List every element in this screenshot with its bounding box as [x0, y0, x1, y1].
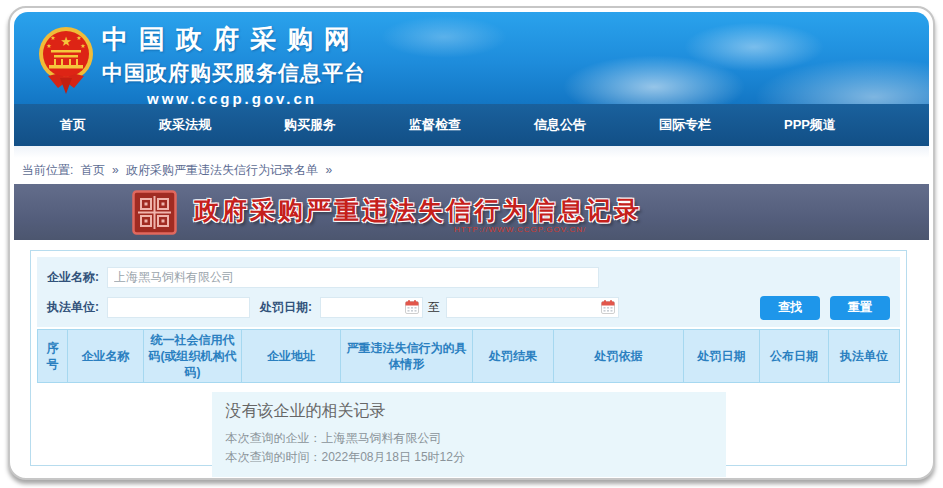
col-enforcement-agency: 执法单位 [829, 330, 900, 383]
reset-button[interactable]: 重置 [830, 296, 890, 320]
company-name-input[interactable] [107, 267, 599, 288]
svg-text:★: ★ [80, 43, 85, 49]
breadcrumb-page-link[interactable]: 政府采购严重违法失信行为记录名单 [126, 163, 318, 177]
nav-item-policies[interactable]: 政采法规 [159, 116, 211, 134]
query-result: 没有该企业的相关记录 本次查询的企业：上海黑马饲料有限公司 本次查询的时间：20… [212, 392, 726, 477]
svg-text:★: ★ [76, 35, 81, 41]
svg-text:★: ★ [60, 34, 72, 49]
col-penalty-result: 处罚结果 [473, 330, 554, 383]
nav-item-home[interactable]: 首页 [60, 116, 86, 134]
no-records-message: 没有该企业的相关记录 [226, 401, 712, 422]
date-to-input[interactable] [446, 297, 619, 318]
col-company-name: 企业名称 [68, 330, 144, 383]
page-banner: 政府采购严重违法失信行为信息记录 HTTP://WWW.CCGP.GOV.CN/ [14, 184, 929, 240]
breadcrumb: 当前位置: 首页 » 政府采购严重违法失信行为记录名单 » [10, 158, 933, 182]
site-subtitle: 中国政府购买服务信息平台 [102, 59, 366, 87]
banner-url-text: HTTP://WWW.CCGP.GOV.CN/ [454, 225, 586, 234]
col-seq: 序号 [38, 330, 68, 383]
svg-text:★: ★ [50, 35, 55, 41]
company-name-label: 企业名称: [47, 269, 99, 286]
penalty-date-label: 处罚日期: [260, 299, 312, 316]
page-title: 政府采购严重违法失信行为信息记录 [194, 194, 642, 227]
calendar-icon[interactable] [405, 300, 419, 314]
breadcrumb-home-link[interactable]: 首页 [81, 163, 105, 177]
company-name-row: 企业名称: [47, 266, 890, 288]
col-company-address: 企业地址 [242, 330, 341, 383]
svg-text:★: ★ [46, 43, 51, 49]
date-from-wrap [320, 297, 423, 318]
site-url: www.ccgp.gov.cn [102, 90, 362, 107]
search-form: 企业名称: 执法单位: 处罚日期: [37, 257, 900, 327]
main-nav: 首页 政采法规 购买服务 监督检查 信息公告 国际专栏 PPP频道 [14, 104, 929, 146]
agency-label: 执法单位: [47, 299, 99, 316]
date-range-to-label: 至 [428, 299, 440, 316]
records-table-header: 序号 企业名称 统一社会信用代码(或组织机构代码) 企业地址 严重违法失信行为的… [38, 330, 900, 383]
national-emblem-logo: ★ ★ ★ ★ ★ [38, 24, 94, 96]
site-header: ★ ★ ★ ★ ★ 中国政府采购网 中国政府购买服务信息平台 www.ccgp.… [14, 12, 929, 104]
agency-input[interactable] [107, 297, 250, 318]
site-title-block: 中国政府采购网 中国政府购买服务信息平台 www.ccgp.gov.cn [102, 22, 366, 107]
nav-item-supervision[interactable]: 监督检查 [409, 116, 461, 134]
queried-company-line: 本次查询的企业：上海黑马饲料有限公司 [226, 429, 712, 448]
filters-row: 执法单位: 处罚日期: [47, 296, 890, 319]
nav-item-announcements[interactable]: 信息公告 [534, 116, 586, 134]
nav-item-purchase-services[interactable]: 购买服务 [284, 116, 336, 134]
breadcrumb-prefix: 当前位置: [22, 163, 73, 177]
seal-icon [132, 190, 177, 235]
col-credit-code: 统一社会信用代码(或组织机构代码) [144, 330, 242, 383]
date-to-wrap [446, 297, 619, 318]
site-name: 中国政府采购网 [102, 22, 366, 57]
col-publish-date: 公布日期 [760, 330, 829, 383]
col-violation-detail: 严重违法失信行为的具体情形 [341, 330, 473, 383]
records-table: 序号 企业名称 统一社会信用代码(或组织机构代码) 企业地址 严重违法失信行为的… [37, 329, 900, 383]
browser-window: ★ ★ ★ ★ ★ 中国政府采购网 中国政府购买服务信息平台 www.ccgp.… [8, 6, 935, 480]
nav-bottom-fade [14, 146, 929, 158]
table-header-row: 序号 企业名称 统一社会信用代码(或组织机构代码) 企业地址 严重违法失信行为的… [38, 330, 900, 383]
calendar-icon[interactable] [601, 300, 615, 314]
nav-item-international[interactable]: 国际专栏 [659, 116, 711, 134]
search-button[interactable]: 查找 [760, 296, 820, 320]
nav-item-ppp-channel[interactable]: PPP频道 [784, 116, 836, 134]
breadcrumb-separator-end: » [325, 163, 332, 177]
col-penalty-basis: 处罚依据 [554, 330, 684, 383]
col-penalty-date: 处罚日期 [684, 330, 760, 383]
query-panel: 企业名称: 执法单位: 处罚日期: [30, 250, 907, 466]
breadcrumb-separator: » [112, 163, 119, 177]
query-time-line: 本次查询的时间：2022年08月18日 15时12分 [226, 448, 712, 467]
